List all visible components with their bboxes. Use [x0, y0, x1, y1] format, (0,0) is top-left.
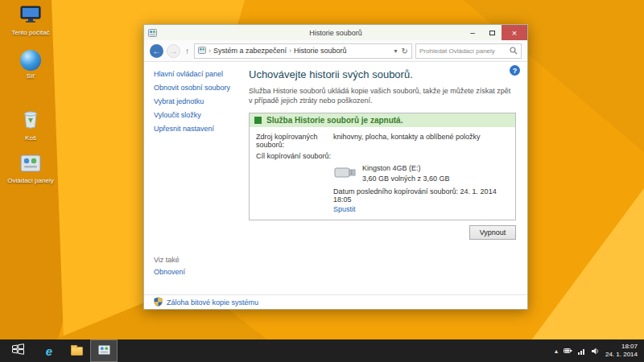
sidebar-item-advanced-settings[interactable]: Upřesnit nastavení: [154, 125, 247, 133]
last-copy-date: Datum posledního kopírování souborů: 24.…: [333, 187, 509, 204]
drive-free-space: 3,60 GB volných z 3,60 GB: [362, 174, 450, 184]
sidebar-item-control-panel-home[interactable]: Hlavní ovládací panel: [154, 70, 247, 78]
folder-icon: [71, 347, 83, 356]
search-box[interactable]: [415, 43, 522, 59]
copy-target-label: Cíl kopírování souborů:: [256, 152, 333, 160]
minimize-button[interactable]: –: [463, 25, 482, 40]
address-location-icon: [198, 47, 206, 56]
network-globe-icon: [20, 50, 41, 71]
system-tray: ▴ 18:07 24. 1. 2014: [555, 343, 644, 359]
control-panel-icon: [20, 154, 41, 175]
page-description: Služba Historie souborů ukládá kopie vaš…: [249, 86, 516, 105]
taskbar-item-internet-explorer[interactable]: e: [35, 339, 63, 362]
title-bar[interactable]: Historie souborů – ×: [144, 25, 527, 40]
desktop-icon-label: Tento počítač: [11, 29, 50, 37]
see-also-link-recovery[interactable]: Obnovení: [154, 268, 185, 276]
status-banner: Služba Historie souborů je zapnutá.: [250, 113, 515, 127]
see-also-section: Viz také Obnovení: [154, 256, 185, 282]
drive-name: Kingston 4GB (E:): [362, 163, 450, 174]
address-dropdown-icon[interactable]: ▾: [394, 47, 398, 55]
sidebar-item-select-drive[interactable]: Vybrat jednotku: [154, 97, 247, 105]
main-panel: Uchovávejte historii svých souborů. Služ…: [249, 68, 516, 240]
volume-icon[interactable]: [592, 348, 600, 355]
window-icon: [148, 29, 157, 37]
see-also-label: Viz také: [154, 256, 185, 264]
status-box: Služba Historie souborů je zapnutá. Zdro…: [249, 113, 516, 220]
desktop-icon-label: Ovládací panely: [7, 177, 53, 185]
search-input[interactable]: [419, 47, 510, 55]
uac-shield-icon: [154, 297, 163, 308]
copy-source-label: Zdroj kopírovaných souborů:: [256, 133, 333, 149]
navigation-toolbar: ← → ↑ › Systém a zabezpečení › Historie …: [144, 40, 527, 62]
network-icon[interactable]: [578, 348, 586, 355]
desktop-icon-network[interactable]: Síť: [5, 50, 56, 80]
internet-explorer-icon: e: [46, 344, 52, 358]
status-on-icon: [254, 117, 262, 124]
breadcrumb-item-file-history[interactable]: Historie souborů: [294, 47, 347, 55]
copy-source-value: knihovny, plocha, kontakty a oblíbené po…: [333, 133, 480, 149]
run-now-link[interactable]: Spustit: [333, 205, 356, 213]
crumb-separator-icon: ›: [208, 47, 211, 55]
desktop-icon-recycle-bin[interactable]: Koš: [5, 108, 56, 142]
desktop-icon-label: Koš: [25, 134, 36, 142]
start-button[interactable]: [0, 339, 35, 362]
usb-drive-icon: [333, 163, 357, 183]
computer-icon: [20, 5, 41, 27]
power-icon[interactable]: [564, 348, 572, 354]
sidebar-item-exclude-folders[interactable]: Vyloučit složky: [154, 111, 247, 119]
bottom-bar: Záloha bitové kopie systému: [144, 294, 527, 309]
desktop-icon-control-panel[interactable]: Ovládací panely: [5, 154, 56, 185]
window-content: ? Hlavní ovládací panel Obnovit osobní s…: [144, 62, 527, 309]
search-icon[interactable]: [510, 43, 518, 58]
breadcrumb[interactable]: › Systém a zabezpečení › Historie soubor…: [194, 43, 412, 59]
taskbar-clock[interactable]: 18:07 24. 1. 2014: [605, 343, 638, 359]
recycle-bin-icon: [22, 108, 39, 133]
maximize-button[interactable]: [482, 25, 502, 40]
refresh-icon[interactable]: ↻: [402, 47, 408, 56]
turn-off-button[interactable]: Vypnout: [469, 225, 516, 240]
windows-logo-icon: [11, 343, 25, 358]
taskbar-item-file-explorer[interactable]: [63, 339, 90, 362]
sidebar: Hlavní ovládací panel Obnovit osobní sou…: [154, 70, 247, 138]
file-history-window: Historie souborů – × ← → ↑ › Systém a za…: [143, 24, 528, 310]
maximize-icon: [489, 31, 495, 35]
see-also-link-system-image-backup[interactable]: Záloha bitové kopie systému: [167, 298, 258, 306]
desktop-icon-label: Síť: [27, 72, 35, 80]
page-title: Uchovávejte historii svých souborů.: [249, 68, 516, 80]
hidden-icons-chevron-icon[interactable]: ▴: [555, 348, 558, 355]
control-panel-icon: [98, 343, 110, 358]
crumb-separator-icon: ›: [289, 47, 291, 55]
clock-time: 18:07: [605, 343, 638, 351]
forward-button[interactable]: →: [167, 44, 180, 58]
breadcrumb-item-system-security[interactable]: Systém a zabezpečení: [213, 47, 287, 55]
taskbar-item-control-panel-active[interactable]: [90, 339, 118, 362]
back-button[interactable]: ←: [150, 44, 163, 58]
up-button[interactable]: ↑: [184, 47, 191, 56]
sidebar-item-restore-personal-files[interactable]: Obnovit osobní soubory: [154, 84, 247, 92]
close-button[interactable]: ×: [502, 25, 527, 40]
taskbar: e ▴: [0, 339, 644, 362]
status-text: Služba Historie souborů je zapnutá.: [266, 116, 402, 125]
desktop-icon-this-pc[interactable]: Tento počítač: [5, 5, 56, 37]
clock-date: 24. 1. 2014: [605, 351, 638, 359]
